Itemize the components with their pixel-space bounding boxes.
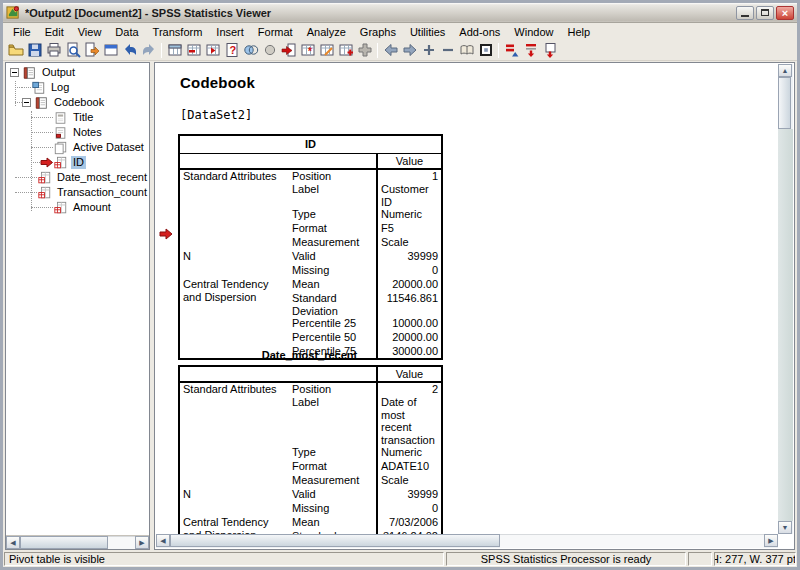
- table-title: Date_most_recent: [178, 349, 441, 361]
- print-button[interactable]: [44, 41, 63, 60]
- pivot-table-id[interactable]: IDValueStandard AttributesPosition1Label…: [178, 134, 443, 360]
- scrollbar-thumb[interactable]: [20, 536, 108, 549]
- menu-bar: FileEditViewDataTransformInsertFormatAna…: [3, 23, 797, 40]
- title-icon: [53, 111, 68, 125]
- scrollbar-thumb[interactable]: [778, 77, 791, 129]
- use-sets-button[interactable]: [241, 41, 260, 60]
- selected-item-arrow-icon: [40, 157, 53, 168]
- tree-guide-line: [31, 111, 32, 211]
- goto-case-button[interactable]: [184, 41, 203, 60]
- close-button[interactable]: ×: [776, 6, 794, 20]
- content-h-scrollbar[interactable]: ◀ ▶: [156, 534, 778, 548]
- menu-analyze[interactable]: Analyze: [300, 24, 353, 40]
- row-value: 39999: [377, 250, 442, 264]
- redo-button[interactable]: [139, 41, 158, 60]
- menu-window[interactable]: Window: [507, 24, 560, 40]
- scroll-left-icon[interactable]: ◀: [156, 534, 170, 547]
- status-message: Pivot table is visible: [4, 552, 444, 566]
- tree-item-active-dataset[interactable]: Active Dataset: [6, 140, 149, 155]
- edit-pivot-button[interactable]: [317, 41, 336, 60]
- insert-text-icon: [542, 42, 558, 58]
- tree-item-notes[interactable]: Notes: [6, 125, 149, 140]
- tree-item-date-most-recent[interactable]: Date_most_recent: [6, 170, 149, 185]
- export-button[interactable]: [82, 41, 101, 60]
- maximize-button[interactable]: [756, 6, 774, 20]
- goto-data-button[interactable]: [165, 41, 184, 60]
- value-column-header: Value: [377, 366, 442, 382]
- scrollbar-trough: [778, 129, 793, 521]
- tree-item-output[interactable]: Output: [6, 65, 149, 80]
- print-preview-button[interactable]: [63, 41, 82, 60]
- insert-pivot-table-icon: [338, 42, 354, 58]
- insert-heading-button[interactable]: [502, 41, 521, 60]
- row-value: 20000.00: [377, 331, 442, 345]
- menu-add-ons[interactable]: Add-ons: [452, 24, 507, 40]
- insert-pivot-table-button[interactable]: [336, 41, 355, 60]
- menu-data[interactable]: Data: [108, 24, 145, 40]
- save-icon: [27, 42, 43, 58]
- promote-button[interactable]: [381, 41, 400, 60]
- save-button[interactable]: [25, 41, 44, 60]
- outline-h-scrollbar[interactable]: ◀ ▶: [6, 535, 149, 549]
- menu-edit[interactable]: Edit: [38, 24, 71, 40]
- insert-text-block-button[interactable]: [355, 41, 374, 60]
- menu-insert[interactable]: Insert: [209, 24, 251, 40]
- scroll-up-icon[interactable]: ▲: [778, 64, 792, 77]
- variables-button[interactable]: ?: [222, 41, 241, 60]
- toolbar: ?*: [3, 40, 797, 61]
- recall-dialog-button[interactable]: [101, 41, 120, 60]
- menu-transform[interactable]: Transform: [146, 24, 210, 40]
- content-pane: Codebook [DataSet2] IDValueStandard Attr…: [154, 62, 795, 550]
- menu-graphs[interactable]: Graphs: [353, 24, 403, 40]
- demote-button[interactable]: [400, 41, 419, 60]
- tree-item-amount[interactable]: Amount: [6, 200, 149, 215]
- designate-window-button[interactable]: *: [298, 41, 317, 60]
- scroll-right-icon[interactable]: ▶: [764, 534, 778, 547]
- tree-item-codebook[interactable]: Codebook: [6, 95, 149, 110]
- minimize-button[interactable]: [736, 6, 754, 20]
- show-all-sets-button[interactable]: [260, 41, 279, 60]
- tree-item-label: Transaction_count: [55, 186, 149, 199]
- show-button[interactable]: [457, 41, 476, 60]
- insert-text-button[interactable]: [540, 41, 559, 60]
- row-value: Numeric: [377, 446, 442, 460]
- tree-expander-icon[interactable]: [22, 98, 31, 107]
- open-button[interactable]: [6, 41, 25, 60]
- content-v-scrollbar[interactable]: ▲ ▼: [778, 64, 793, 534]
- table-row: Central Tendency and DispersionMean20000…: [179, 278, 442, 292]
- export-icon: [84, 42, 100, 58]
- select-last-output-icon: [281, 42, 297, 58]
- row-value: ADATE10: [377, 460, 442, 474]
- menu-help[interactable]: Help: [560, 24, 597, 40]
- insert-title-button[interactable]: [521, 41, 540, 60]
- menu-view[interactable]: View: [71, 24, 109, 40]
- tree-item-log[interactable]: Log: [6, 80, 149, 95]
- table-row: Standard AttributesPosition1: [179, 169, 442, 183]
- hide-button[interactable]: [476, 41, 495, 60]
- menu-file[interactable]: File: [6, 24, 38, 40]
- goto-variable-button[interactable]: [203, 41, 222, 60]
- menu-format[interactable]: Format: [251, 24, 300, 40]
- tree-item-transaction-count[interactable]: Transaction_count: [6, 185, 149, 200]
- tree-expander-icon[interactable]: [10, 68, 19, 77]
- window-title: *Output2 [Document2] - SPSS Statistics V…: [25, 7, 734, 19]
- status-bar: Pivot table is visible SPSS Statistics P…: [3, 551, 797, 567]
- undo-button[interactable]: [120, 41, 139, 60]
- tree-item-label: Title: [71, 111, 95, 124]
- expand-button[interactable]: [419, 41, 438, 60]
- collapse-button[interactable]: [438, 41, 457, 60]
- tree-item-label: Output: [40, 66, 77, 79]
- scroll-right-icon[interactable]: ▶: [135, 536, 149, 549]
- tree-item-title[interactable]: Title: [6, 110, 149, 125]
- goto-variable-icon: [205, 42, 221, 58]
- scroll-left-icon[interactable]: ◀: [6, 536, 20, 549]
- tree-item-label: Amount: [71, 201, 113, 214]
- scroll-down-icon[interactable]: ▼: [778, 521, 792, 534]
- menu-utilities[interactable]: Utilities: [403, 24, 452, 40]
- pivot-table-date-most-recent[interactable]: Date_most_recentValueStandard Attributes…: [178, 349, 443, 534]
- scrollbar-thumb[interactable]: [170, 534, 500, 547]
- insert-title-icon: [523, 42, 539, 58]
- tree-item-id[interactable]: ID: [6, 155, 149, 170]
- select-last-output-button[interactable]: [279, 41, 298, 60]
- row-label: Type: [289, 208, 377, 222]
